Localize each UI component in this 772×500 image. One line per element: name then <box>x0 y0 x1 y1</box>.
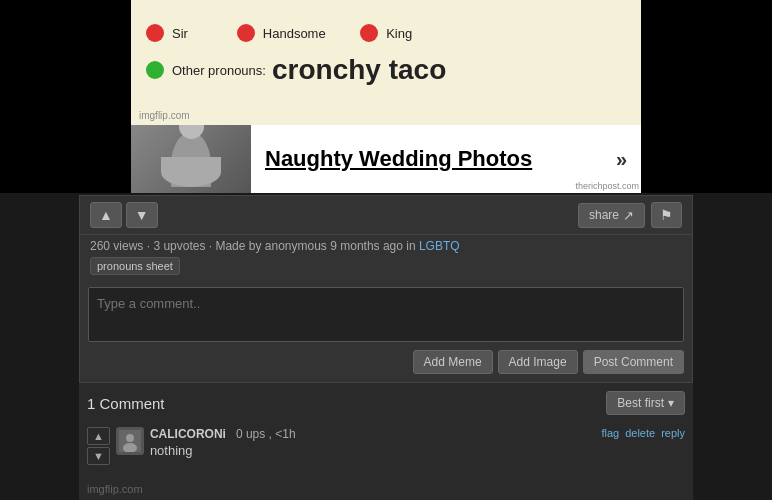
comment-vote-col: ▲ ▼ <box>87 427 110 465</box>
comment-item: ▲ ▼ CALICORONi 0 ups , <1h nothing flag … <box>87 423 685 469</box>
comments-count: 1 Comment <box>87 395 165 412</box>
comment-text: nothing <box>150 443 596 458</box>
meme-image: Sir Handsome King Other pronouns: cronch… <box>131 0 641 125</box>
pronoun-sir-label: Sir <box>172 26 188 41</box>
dot-sir <box>146 24 164 42</box>
tag-button[interactable]: pronouns sheet <box>90 257 180 275</box>
dot-king <box>360 24 378 42</box>
svg-point-1 <box>126 434 134 442</box>
sort-chevron-icon: ▾ <box>668 396 674 410</box>
ad-title: Naughty Wedding Photos <box>265 146 532 172</box>
share-button[interactable]: share ↗ <box>578 203 645 228</box>
footer-label: imgflip.com <box>87 483 143 495</box>
comment-action-links: flag delete reply <box>601 427 685 439</box>
main-content: ▲ ▼ share ↗ ⚑ 260 views · 3 upvotes · Ma… <box>79 195 693 500</box>
comment-downvote-button[interactable]: ▼ <box>87 447 110 465</box>
share-label: share <box>589 208 619 222</box>
pronoun-row-other: Other pronouns: cronchy taco <box>146 54 626 86</box>
page-footer: imgflip.com <box>79 477 693 500</box>
add-meme-button[interactable]: Add Meme <box>413 350 493 374</box>
sort-button[interactable]: Best first ▾ <box>606 391 685 415</box>
meta-time: 9 months ago in <box>330 239 419 253</box>
vote-bar: ▲ ▼ share ↗ ⚑ <box>79 195 693 235</box>
right-actions: share ↗ ⚑ <box>578 202 682 228</box>
comment-avatar <box>116 427 144 455</box>
upvote-button[interactable]: ▲ <box>90 202 122 228</box>
comment-ups: 0 ups <box>236 427 265 441</box>
post-comment-button[interactable]: Post Comment <box>583 350 684 374</box>
ad-arrow-icon: » <box>616 148 627 171</box>
cronchy-taco-text: cronchy taco <box>272 54 446 86</box>
comment-upvote-button[interactable]: ▲ <box>87 427 110 445</box>
pronoun-handsome-label: Handsome <box>263 26 326 41</box>
share-icon: ↗ <box>623 208 634 223</box>
comment-textarea[interactable] <box>88 287 684 342</box>
upvote-count: 3 upvotes <box>153 239 205 253</box>
ad-content: Naughty Wedding Photos » <box>251 138 641 180</box>
dot-handsome <box>237 24 255 42</box>
comment-action-buttons: Add Meme Add Image Post Comment <box>88 350 684 374</box>
sort-label: Best first <box>617 396 664 410</box>
comment-delete-link[interactable]: delete <box>625 427 655 439</box>
vote-buttons: ▲ ▼ <box>90 202 158 228</box>
ad-image <box>131 125 251 193</box>
pronoun-king-label: King <box>386 26 412 41</box>
comment-author: CALICORONi 0 ups , <1h <box>150 427 596 441</box>
comment-username: CALICORONi <box>150 427 226 441</box>
ad-banner[interactable]: Naughty Wedding Photos » therichpost.com <box>131 125 641 193</box>
comments-section: 1 Comment Best first ▾ ▲ ▼ CALICORONi 0 … <box>79 383 693 477</box>
flag-button[interactable]: ⚑ <box>651 202 682 228</box>
comment-input-area: Add Meme Add Image Post Comment <box>79 279 693 383</box>
downvote-button[interactable]: ▼ <box>126 202 158 228</box>
comment-reply-link[interactable]: reply <box>661 427 685 439</box>
made-by: Made by anonymous <box>215 239 326 253</box>
dot-other <box>146 61 164 79</box>
comment-body: CALICORONi 0 ups , <1h nothing <box>150 427 596 458</box>
meme-canvas: Sir Handsome King Other pronouns: cronch… <box>141 10 631 100</box>
comment-flag-link[interactable]: flag <box>601 427 619 439</box>
view-count: 260 views <box>90 239 143 253</box>
tag-link[interactable]: LGBTQ <box>419 239 460 253</box>
pronoun-row-sir: Sir Handsome King <box>146 24 626 42</box>
ad-source-label: therichpost.com <box>575 181 639 191</box>
add-image-button[interactable]: Add Image <box>498 350 578 374</box>
meta-info: 260 views · 3 upvotes · Made by anonymou… <box>79 235 693 279</box>
pronoun-other-label: Other pronouns: <box>172 63 266 78</box>
comment-time: <1h <box>275 427 295 441</box>
ad-container: Naughty Wedding Photos » therichpost.com <box>0 125 772 193</box>
meme-image-container: Sir Handsome King Other pronouns: cronch… <box>0 0 772 125</box>
comments-header: 1 Comment Best first ▾ <box>87 391 685 415</box>
imgflip-watermark: imgflip.com <box>139 110 190 121</box>
